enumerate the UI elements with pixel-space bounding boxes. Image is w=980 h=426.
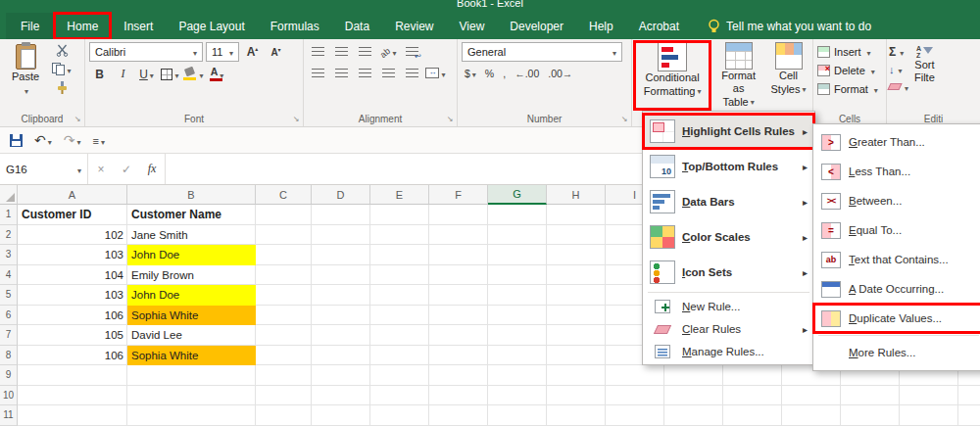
decrease-font-size-button[interactable]: A xyxy=(266,43,286,62)
fill-color-button[interactable] xyxy=(183,65,204,83)
format-cells-button[interactable]: Format xyxy=(817,80,882,98)
submenu-item-less-than[interactable]: Less Than... xyxy=(813,157,980,186)
decrease-decimal-button[interactable]: .00→ xyxy=(545,65,575,82)
row-header-11[interactable]: 11 xyxy=(0,405,18,426)
increase-indent-button[interactable] xyxy=(402,64,422,82)
submenu-item-duplicate-values[interactable]: Duplicate Values... xyxy=(813,304,980,333)
tab-help[interactable]: Help xyxy=(576,13,626,39)
insert-function-button[interactable]: fx xyxy=(139,162,165,176)
column-header-g[interactable]: G xyxy=(488,185,547,205)
delete-cells-button[interactable]: Delete xyxy=(817,62,882,79)
menu-item-top-bottom-rules[interactable]: Top/Bottom Rules xyxy=(643,149,814,184)
tab-view[interactable]: View xyxy=(447,13,498,39)
tab-developer[interactable]: Developer xyxy=(497,13,576,39)
accounting-format-button[interactable]: $ xyxy=(462,65,479,82)
row-header-2[interactable]: 2 xyxy=(0,225,18,246)
cell-b2[interactable]: Jane Smith xyxy=(127,225,256,246)
format-as-table-button[interactable]: Format as Table xyxy=(712,41,764,110)
cell-b5[interactable]: John Doe xyxy=(127,285,256,306)
cell-a2[interactable]: 102 xyxy=(18,225,127,246)
tab-insert[interactable]: Insert xyxy=(111,13,166,39)
align-middle-button[interactable] xyxy=(331,42,352,61)
wrap-text-button[interactable] xyxy=(402,42,422,61)
cell-b7[interactable]: David Lee xyxy=(127,325,256,346)
menu-item-highlight-cells-rules[interactable]: Highlight Cells Rules xyxy=(643,114,814,149)
undo-button[interactable]: ↶ xyxy=(34,132,52,148)
italic-button[interactable]: I xyxy=(113,65,133,83)
name-box[interactable]: G16 xyxy=(0,154,88,184)
tab-acrobat[interactable]: Acrobat xyxy=(626,13,692,39)
cell-b8[interactable]: Sophia White xyxy=(127,346,256,366)
clipboard-dialog-launcher[interactable] xyxy=(73,115,82,124)
column-header-a[interactable]: A xyxy=(18,185,127,205)
menu-item-color-scales[interactable]: Color Scales xyxy=(643,219,814,255)
percent-style-button[interactable]: % xyxy=(482,65,497,82)
orientation-button[interactable] xyxy=(378,42,399,61)
menu-item-data-bars[interactable]: Data Bars xyxy=(643,184,814,219)
enter-button[interactable]: ✓ xyxy=(114,163,139,176)
sort-filter-button[interactable]: Sort Filte xyxy=(914,43,935,107)
font-color-button[interactable]: A xyxy=(207,65,227,83)
column-header-b[interactable]: B xyxy=(127,185,256,205)
fill-button[interactable] xyxy=(889,61,908,77)
font-size-combo[interactable]: 11 xyxy=(206,42,239,62)
cancel-button[interactable]: × xyxy=(88,163,114,176)
tab-page-layout[interactable]: Page Layout xyxy=(166,13,257,39)
row-header-8[interactable]: 8 xyxy=(0,346,18,366)
align-left-button[interactable] xyxy=(308,64,328,82)
comma-style-button[interactable]: , xyxy=(500,65,509,82)
submenu-item-equal-to[interactable]: Equal To... xyxy=(813,215,980,245)
font-dialog-launcher[interactable] xyxy=(291,115,301,124)
column-header-f[interactable]: F xyxy=(429,185,488,205)
bold-button[interactable]: B xyxy=(89,65,110,83)
submenu-item-more-rules[interactable]: More Rules... xyxy=(813,338,980,367)
row-header-1[interactable]: 1 xyxy=(0,205,18,225)
submenu-item-between[interactable]: Between... xyxy=(813,186,980,215)
row-header-7[interactable]: 7 xyxy=(0,325,18,346)
cell-b4[interactable]: Emily Brown xyxy=(127,265,256,286)
save-button[interactable] xyxy=(10,134,23,147)
underline-button[interactable]: U xyxy=(136,65,157,83)
cell-a1[interactable]: Customer ID xyxy=(18,205,127,225)
column-header-c[interactable]: C xyxy=(256,185,312,205)
cell-a3[interactable]: 103 xyxy=(18,245,127,265)
row-header-3[interactable]: 3 xyxy=(0,245,18,265)
row-header-6[interactable]: 6 xyxy=(0,306,18,326)
tell-me-box[interactable]: Tell me what you want to do xyxy=(708,13,871,39)
decrease-indent-button[interactable] xyxy=(378,64,399,82)
align-top-button[interactable] xyxy=(308,42,328,61)
customize-quick-access-button[interactable] xyxy=(93,132,105,148)
column-header-d[interactable]: D xyxy=(312,185,370,205)
cell-a7[interactable]: 105 xyxy=(18,325,127,346)
tab-formulas[interactable]: Formulas xyxy=(258,13,332,39)
row-header-9[interactable]: 9 xyxy=(0,365,18,386)
conditional-formatting-button[interactable]: Conditional Formatting xyxy=(634,41,710,110)
submenu-item-greater-than[interactable]: Greater Than... xyxy=(813,127,980,157)
redo-button[interactable]: ↷ xyxy=(64,132,81,148)
cell-styles-button[interactable]: Cell Styles xyxy=(766,41,810,110)
align-center-button[interactable] xyxy=(331,64,352,82)
format-painter-button[interactable] xyxy=(51,79,73,96)
merge-center-button[interactable] xyxy=(425,64,446,82)
menu-item-icon-sets[interactable]: Icon Sets xyxy=(643,255,814,290)
cell-a6[interactable]: 106 xyxy=(18,306,127,326)
cell-b1[interactable]: Customer Name xyxy=(127,205,256,225)
align-bottom-button[interactable] xyxy=(355,42,375,61)
select-all-corner[interactable] xyxy=(0,185,18,205)
increase-decimal-button[interactable]: ←.00 xyxy=(512,65,542,82)
clear-button[interactable] xyxy=(889,78,908,95)
cell-a5[interactable]: 103 xyxy=(18,285,127,306)
paste-button[interactable]: Paste xyxy=(4,42,47,108)
tab-data[interactable]: Data xyxy=(332,13,382,39)
tab-review[interactable]: Review xyxy=(382,13,446,39)
cell-b3[interactable]: John Doe xyxy=(127,245,256,265)
cut-button[interactable] xyxy=(51,42,73,59)
increase-font-size-button[interactable]: A xyxy=(242,43,263,62)
autosum-button[interactable]: Σ xyxy=(889,43,908,60)
row-header-5[interactable]: 5 xyxy=(0,285,18,306)
submenu-item-a-date-occurring[interactable]: A Date Occurring... xyxy=(813,274,980,304)
menu-item-manage-rules[interactable]: Manage Rules... xyxy=(643,340,814,362)
number-format-combo[interactable]: General xyxy=(462,42,622,62)
alignment-dialog-launcher[interactable] xyxy=(445,115,455,124)
borders-button[interactable] xyxy=(160,65,180,83)
